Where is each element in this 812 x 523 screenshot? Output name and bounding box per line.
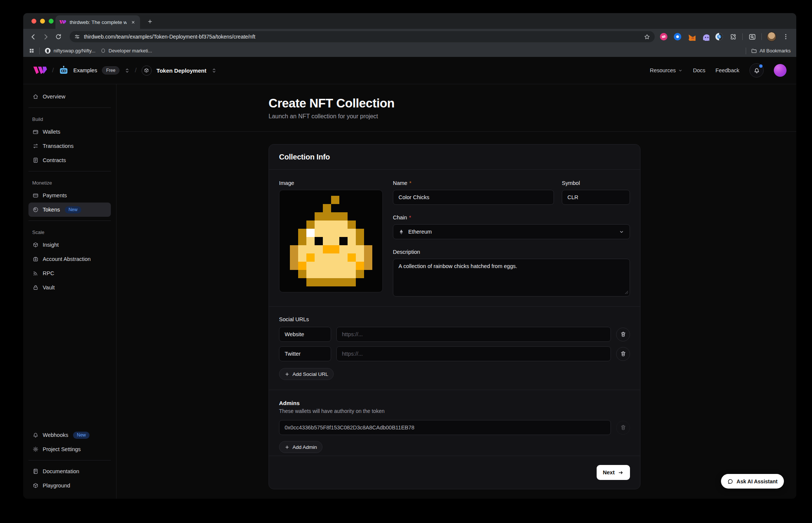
close-window-button[interactable] — [31, 19, 36, 24]
social-platform-input[interactable] — [279, 346, 331, 361]
sidebar-item-playground[interactable]: Playground — [28, 478, 111, 493]
sidebar: Overview Build Wallets Transactions Cont… — [23, 84, 116, 499]
chevron-down-icon — [678, 68, 683, 73]
arrow-right-icon — [618, 470, 624, 475]
required-asterisk: * — [409, 215, 411, 221]
next-button[interactable]: Next — [597, 465, 630, 480]
sidebar-item-transactions[interactable]: Transactions — [28, 139, 111, 153]
browser-tab[interactable]: thirdweb: The complete web3 — [55, 15, 140, 29]
sidebar-item-insight[interactable]: Insight — [28, 238, 111, 252]
sidebar-item-tokens[interactable]: Tokens New — [28, 203, 111, 217]
sidebar-item-contracts[interactable]: Contracts — [28, 153, 111, 167]
user-avatar[interactable] — [774, 64, 787, 77]
nav-resources[interactable]: Resources — [650, 67, 683, 73]
browser-window: thirdweb: The complete web3 thirdweb.com… — [23, 13, 796, 499]
header-nav: Resources Docs Feedback — [650, 63, 787, 77]
sidebar-item-wallets[interactable]: Wallets — [28, 125, 111, 139]
sidebar-section-build: Build — [32, 116, 107, 122]
delete-social-url-button[interactable] — [616, 328, 630, 341]
wallet-icon — [32, 129, 39, 135]
apps-grid-icon[interactable] — [29, 48, 34, 54]
symbol-input[interactable] — [562, 190, 630, 205]
zoom-window-button[interactable] — [49, 19, 54, 24]
thirdweb-logo[interactable] — [33, 66, 47, 75]
add-admin-button[interactable]: Add Admin — [279, 441, 322, 453]
nav-docs[interactable]: Docs — [693, 67, 705, 73]
ask-ai-assistant-button[interactable]: Ask AI Assistant — [721, 474, 784, 489]
url-text: thirdweb.com/team/examples/Token-Deploym… — [84, 34, 640, 40]
desktop-background: thirdweb: The complete web3 thirdweb.com… — [0, 0, 812, 523]
trash-icon — [620, 425, 626, 431]
browser-profile-avatar[interactable] — [767, 32, 776, 42]
sidebar-item-project-settings[interactable]: Project Settings — [28, 442, 111, 456]
social-url-input[interactable] — [336, 346, 611, 361]
metamask-icon[interactable] — [687, 32, 696, 41]
extension-clock-icon[interactable] — [715, 32, 724, 41]
notification-dot — [759, 64, 763, 68]
sidebar-item-webhooks[interactable]: Webhooks New — [28, 428, 111, 442]
project-switcher-icon[interactable] — [211, 68, 217, 73]
collection-image-upload[interactable] — [279, 190, 383, 292]
name-input[interactable] — [393, 190, 554, 205]
admins-subtitle: These wallets will have authority on the… — [279, 408, 630, 414]
sidebar-item-overview[interactable]: Overview — [28, 89, 111, 104]
all-bookmarks-button[interactable]: All Bookmarks — [751, 48, 791, 54]
forward-icon[interactable] — [40, 31, 51, 42]
bookmark-item[interactable]: Developer marketi... — [100, 48, 152, 54]
card-header: Collection Info — [269, 145, 640, 170]
section-divider — [269, 390, 640, 390]
sidebar-item-vault[interactable]: Vault — [28, 280, 111, 295]
social-platform-input[interactable] — [279, 327, 331, 342]
card-footer: Next — [269, 456, 640, 489]
extensions-puzzle-icon[interactable] — [728, 32, 737, 41]
minimize-window-button[interactable] — [40, 19, 45, 24]
description-label: Description — [393, 249, 630, 255]
url-bar[interactable]: thirdweb.com/team/examples/Token-Deploym… — [70, 31, 655, 42]
sidebar-item-documentation[interactable]: Documentation — [28, 464, 111, 478]
app-header: / Examples Free / Token Deployment Resou… — [23, 57, 796, 84]
insight-icon — [32, 242, 39, 248]
chat-bubble-icon — [727, 478, 733, 484]
bookmark-item[interactable]: niftyswap.gg/Nifty... — [45, 48, 96, 54]
site-info-icon[interactable] — [74, 34, 80, 40]
gear-icon — [32, 446, 39, 452]
admin-row — [279, 420, 630, 435]
extension-pink-icon[interactable] — [659, 32, 668, 41]
social-url-input[interactable] — [336, 327, 611, 342]
section-divider — [269, 306, 640, 307]
sidebar-item-rpc[interactable]: RPC — [28, 266, 111, 280]
add-social-url-button[interactable]: Add Social URL — [279, 368, 334, 380]
refresh-icon[interactable] — [53, 31, 64, 42]
folder-icon — [751, 48, 757, 54]
extension-blue-icon[interactable] — [673, 32, 682, 41]
new-badge: New — [73, 432, 90, 439]
project-name[interactable]: Token Deployment — [157, 67, 206, 74]
sidebar-item-account-abstraction[interactable]: Account Abstraction — [28, 252, 111, 266]
phantom-icon[interactable] — [701, 32, 710, 41]
team-name[interactable]: Examples — [73, 67, 97, 73]
tab-close-icon[interactable] — [130, 19, 136, 25]
card-title: Collection Info — [279, 153, 330, 161]
chevron-down-icon — [619, 229, 624, 235]
resize-grip-icon[interactable] — [625, 291, 628, 294]
back-icon[interactable] — [28, 31, 38, 42]
delete-social-url-button[interactable] — [616, 347, 630, 361]
egg-icon — [100, 48, 106, 54]
bookmarks-divider — [39, 48, 40, 54]
sidebar-item-payments[interactable]: Payments — [28, 188, 111, 203]
nav-feedback[interactable]: Feedback — [715, 67, 739, 73]
browser-menu-icon[interactable] — [781, 32, 790, 41]
tab-search-icon[interactable] — [748, 32, 757, 41]
new-tab-button[interactable] — [145, 17, 155, 26]
team-switcher-icon[interactable] — [124, 68, 130, 73]
sidebar-bottom: Webhooks New Project Settings Documentat… — [28, 428, 111, 493]
notifications-button[interactable] — [749, 63, 764, 77]
bookmarks-divider — [746, 48, 746, 54]
bookmark-star-icon[interactable] — [644, 34, 650, 40]
tab-title: thirdweb: The complete web3 — [70, 19, 127, 25]
chain-select[interactable]: Ethereum — [393, 224, 630, 239]
token-icon — [32, 207, 39, 213]
admin-address-input[interactable] — [279, 420, 611, 435]
plan-badge: Free — [102, 66, 119, 75]
description-textarea[interactable] — [393, 259, 630, 297]
